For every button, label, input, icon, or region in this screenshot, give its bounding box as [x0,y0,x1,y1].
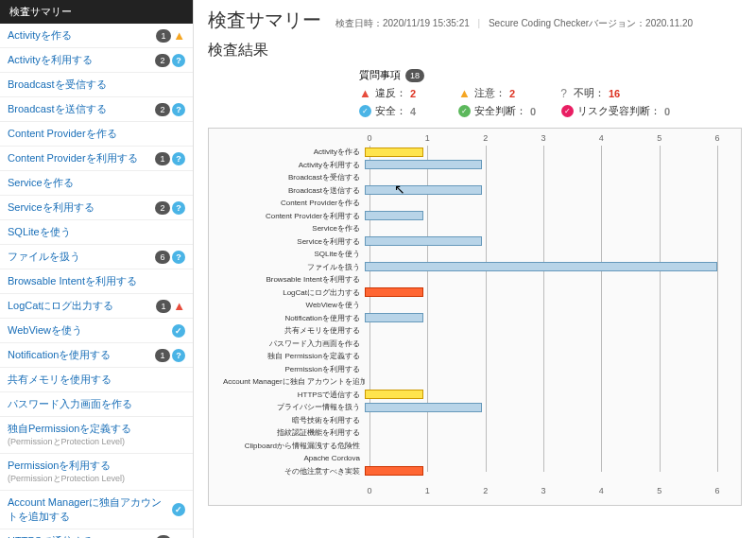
info-icon: ? [172,251,185,264]
stats-row-1: ▲違反：2▲注意：2?不明：16 [359,86,742,100]
axis-tick: 4 [599,486,604,495]
sidebar-item-label: Notificationを使用する [8,349,111,360]
info-icon: ? [172,152,185,165]
axis-tick: 6 [714,133,719,143]
chart-row-label: Notificationを使用する [223,313,365,323]
version-value: 2020.11.20 [645,18,693,28]
chart-bar-area [365,185,717,195]
sidebar-item-4[interactable]: Content Providerを作る [0,122,193,147]
sidebar-item-14[interactable]: 共有メモリを使用する [0,368,193,392]
sidebar-item-0[interactable]: Activityを作る1▲ [0,24,193,48]
sidebar-item-13[interactable]: Notificationを使用する1? [0,343,193,368]
chart-bar [365,185,482,195]
warning-icon: ▲ [173,534,185,538]
sidebar-item-sublabel: (PermissionとProtection Level) [8,473,185,485]
chart-bar-area [365,211,717,220]
check-icon: ✓ [172,324,185,338]
sidebar-item-16[interactable]: 独自Permissionを定義する(PermissionとProtection … [0,417,193,454]
chart-bar-area [365,275,717,285]
sidebar-item-11[interactable]: LogCatにログ出力する1▲ [0,294,193,319]
danger-icon: ▲ [173,299,185,313]
header-meta: 検査日時：2020/11/19 15:35:21 | Secure Coding… [335,17,693,30]
chart-bar-area [365,441,717,450]
info-icon: ? [172,103,185,116]
chart-row: Content Providerを利用する [223,210,717,223]
sidebar-item-9[interactable]: ファイルを扱う6? [0,245,193,269]
axis-tick: 3 [541,133,545,143]
stat-label: リスク受容判断： [577,104,661,118]
stats-row-2: ✓安全：4✓安全判断：0✓リスク受容判断：0 [359,104,742,118]
chart-row: Serviceを利用する [223,235,717,249]
chart-bar-area [365,199,717,208]
sidebar-item-17[interactable]: Permissionを利用する(PermissionとProtection Le… [0,454,193,491]
sidebar-item-label: 独自Permissionを定義する [8,423,131,434]
chart-rows: Activityを作るActivityを利用するBroadcastを受信するBr… [223,146,717,472]
chart-row: 独自 Permissionを定義する [223,350,717,363]
chart-row: パスワード入力画面を作る [223,338,717,351]
sidebar-item-1[interactable]: Activityを利用する2? [0,48,193,73]
unknown-icon: ? [558,87,570,99]
info-icon: ? [172,201,185,215]
sidebar-item-5[interactable]: Content Providerを利用する1? [0,147,193,171]
warning-icon: ▲ [173,28,185,43]
chart-row: Apache Cordova [223,452,717,465]
axis-tick: 2 [483,133,488,143]
sidebar-item-2[interactable]: Broadcastを受信する [0,73,193,97]
chart-row-label: Broadcastを送信する [223,185,365,196]
chart-row: 指紋認証機能を利用する [223,426,717,440]
datetime-value: 2020/11/19 15:35:21 [383,18,470,28]
sidebar-item-label: ファイルを扱う [8,251,80,262]
count-badge: 2 [155,54,170,67]
chart-bar-area [365,454,717,463]
axis-tick: 2 [483,486,488,495]
chart-row-label: Broadcastを受信する [223,172,365,182]
chart-row: Content Providerを作る [223,197,717,210]
sidebar-item-8[interactable]: SQLiteを使う [0,220,193,245]
chart-row: Broadcastを送信する [223,184,717,198]
chart-row: Broadcastを受信する [223,171,717,184]
count-badge: 1 [156,535,171,539]
chart-row: 暗号技術を利用する [223,414,717,427]
info-icon: ? [172,54,185,67]
sidebar-item-label: Content Providerを利用する [8,152,138,164]
sidebar-item-label: Serviceを作る [8,177,74,188]
stat-label: 違反： [375,86,406,100]
summary-head-badge: 18 [405,69,424,82]
count-badge: 2 [155,201,170,215]
sidebar-item-10[interactable]: Browsable Intentを利用する [0,269,193,294]
chart-row: Notificationを使用する [223,312,717,325]
chart-row-label: 共有メモリを使用する [223,325,365,336]
sidebar-item-7[interactable]: Serviceを利用する2? [0,196,193,220]
chart-row-label: その他注意すべき実装 [223,466,365,477]
main-content: 検査サマリー 検査日時：2020/11/19 15:35:21 | Secure… [194,0,756,538]
chart-row: Serviceを作る [223,222,717,235]
chart-row-label: SQLiteを使う [223,249,365,259]
chart-bar [365,236,482,246]
sidebar-item-19[interactable]: HTTPSで通信する1▲ [0,529,193,538]
chart-bar [365,160,482,169]
chart-bar-area [365,262,717,271]
stat-value: 16 [609,88,626,99]
chart-row-label: 暗号技術を利用する [223,415,365,425]
sidebar-item-15[interactable]: パスワード入力画面を作る [0,392,193,417]
chart-row-label: パスワード入力画面を作る [223,338,365,349]
sidebar-item-12[interactable]: WebViewを使う✓ [0,319,193,343]
axis-tick: 5 [657,486,662,495]
datetime-label: 検査日時： [335,18,383,28]
chart-row-label: Apache Cordova [223,454,365,462]
product-name: Secure Coding Checker [489,18,589,28]
axis-tick: 5 [657,133,662,143]
chart-bar [365,403,482,412]
chart-bar-area [365,403,717,412]
sidebar-item-18[interactable]: Account Managerに独自アカウントを追加する✓ [0,491,193,529]
summary-head-label: 質問事項 [359,68,401,82]
stat-item: ✓リスク受容判断：0 [561,104,681,118]
version-label: バージョン： [589,18,645,28]
sidebar-item-label: Broadcastを受信する [8,78,107,90]
sidebar-item-3[interactable]: Broadcastを送信する2? [0,97,193,122]
sidebar-item-label: Activityを作る [8,29,72,41]
chart-bar-area [365,287,717,297]
chart-row-label: Permissionを利用する [223,364,365,374]
sidebar-item-6[interactable]: Serviceを作る [0,171,193,196]
chart-bar [365,313,423,322]
